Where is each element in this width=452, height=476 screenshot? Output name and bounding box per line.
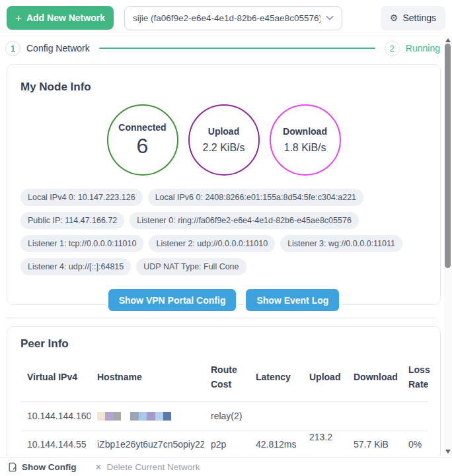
- redacted-hostname: [97, 412, 200, 421]
- table-row: 10.144.144.160 relay(2): [20, 402, 428, 430]
- upload-value: 213.2: [309, 432, 332, 442]
- chip-local-ipv6: Local IPv6 0: 2408:8266:e01:155a:8d54:5f…: [148, 189, 363, 206]
- steps-bar: 1 Config Network 2 Running: [0, 36, 444, 60]
- chip-public-ip: Public IP: 114.47.166.72: [20, 212, 124, 229]
- section-divider: [7, 318, 436, 318]
- scrollbar-thumb[interactable]: [445, 44, 451, 268]
- my-node-info-card: My Node Info Connected 6 Upload 2.2 KiB/…: [7, 64, 441, 305]
- settings-button[interactable]: ⚙ Settings: [381, 6, 445, 30]
- step-2-label: Running: [406, 43, 440, 53]
- cell-download: [347, 402, 402, 430]
- download-gauge-label: Download: [283, 126, 327, 137]
- cell-download: 57.7 KiB: [347, 430, 402, 459]
- chip-listener-4: Listener 4: udp://[::]:64815: [20, 258, 131, 275]
- cell-upload: 213.2: [303, 430, 347, 459]
- col-virtual-ipv4: Virtual IPv4: [20, 353, 91, 402]
- col-hostname: Hostname: [91, 353, 204, 402]
- cell-latency: 42.812ms: [249, 430, 303, 459]
- cell-virtual-ipv4: 10.144.144.55: [20, 430, 91, 459]
- connected-gauge: Connected 6: [107, 104, 178, 176]
- scroll-down-arrow-icon[interactable]: [445, 450, 451, 454]
- connected-gauge-value: 6: [137, 134, 149, 158]
- cell-virtual-ipv4: 10.144.144.160: [20, 402, 91, 430]
- node-buttons-row: Show VPN Portal Config Show Event Log: [20, 289, 427, 311]
- upload-gauge-value: 2.2 KiB/s: [202, 142, 245, 154]
- table-row: 10.144.144.55 iZbp1e26yt6uz7cn5opiy2Z p2…: [20, 430, 428, 459]
- settings-label: Settings: [402, 13, 436, 23]
- step-1-number: 1: [5, 41, 20, 56]
- connected-gauge-label: Connected: [118, 122, 166, 133]
- node-info-chips: Local IPv4 0: 10.147.223.126 Local IPv6 …: [20, 189, 427, 281]
- download-gauge: Download 1.8 KiB/s: [270, 104, 341, 176]
- bottom-action-bar: Show Config ✕ Delete Current Network: [0, 457, 452, 476]
- col-download: Download: [347, 353, 402, 402]
- network-select[interactable]: sijie (fa06f9e2-e6e4-4e1d-82b6-e45ae8c05…: [124, 6, 342, 30]
- show-config-button[interactable]: Show Config: [8, 462, 76, 472]
- step-2-number: 2: [385, 41, 400, 56]
- step-running[interactable]: 2 Running: [385, 41, 440, 56]
- col-loss-rate: Loss Rate: [402, 353, 428, 402]
- show-config-label: Show Config: [22, 462, 76, 472]
- chip-listener-1: Listener 1: tcp://0.0.0.0:11010: [20, 235, 143, 252]
- chip-listener-3: Listener 3: wg://0.0.0.0:11011: [280, 235, 402, 252]
- delete-current-network-button[interactable]: ✕ Delete Current Network: [94, 462, 200, 472]
- chip-listener-0: Listener 0: ring://fa06f9e2-e6e4-4e1d-82…: [130, 212, 359, 229]
- col-route-cost: Route Cost: [204, 353, 249, 402]
- network-select-value: sijie (fa06f9e2-e6e4-4e1d-82b6-e45ae8c05…: [133, 13, 320, 23]
- chevron-down-icon: [326, 15, 334, 20]
- cell-loss-rate: [402, 402, 428, 430]
- upload-gauge: Upload 2.2 KiB/s: [188, 104, 260, 176]
- col-latency: Latency: [249, 353, 303, 402]
- step-connector-line: [99, 48, 375, 49]
- upload-gauge-label: Upload: [208, 126, 239, 137]
- add-new-network-button[interactable]: + Add New Network: [7, 6, 114, 30]
- node-info-title: My Node Info: [20, 81, 427, 94]
- peer-table: Virtual IPv4 Hostname Route Cost Latency…: [20, 353, 428, 459]
- peer-info-card: Peer Info Virtual IPv4 Hostname Route Co…: [7, 326, 441, 476]
- cell-hostname: iZbp1e26yt6uz7cn5opiy2Z: [91, 430, 204, 459]
- chip-listener-2: Listener 2: udp://0.0.0.0:11010: [149, 235, 275, 252]
- scroll-up-arrow-icon[interactable]: [445, 38, 451, 42]
- show-event-log-button[interactable]: Show Event Log: [246, 289, 339, 311]
- gauges-row: Connected 6 Upload 2.2 KiB/s Download 1.…: [20, 104, 427, 176]
- col-upload: Upload: [303, 353, 347, 402]
- cell-latency: [249, 402, 303, 430]
- close-icon: ✕: [94, 462, 102, 472]
- chip-local-ipv4: Local IPv4 0: 10.147.223.126: [20, 189, 143, 206]
- cell-route-cost: relay(2): [204, 402, 249, 430]
- file-icon: [8, 462, 17, 472]
- top-bar: + Add New Network sijie (fa06f9e2-e6e4-4…: [0, 0, 452, 36]
- cell-upload: [303, 402, 347, 430]
- cell-hostname: [91, 402, 204, 430]
- download-gauge-value: 1.8 KiB/s: [283, 142, 326, 154]
- cell-route-cost: p2p: [204, 430, 249, 459]
- peer-table-header-row: Virtual IPv4 Hostname Route Cost Latency…: [20, 353, 428, 402]
- add-new-network-label: Add New Network: [26, 13, 105, 23]
- cell-loss-rate: 0%: [402, 430, 428, 459]
- step-config-network[interactable]: 1 Config Network: [5, 41, 90, 56]
- show-vpn-portal-config-button[interactable]: Show VPN Portal Config: [108, 289, 237, 311]
- delete-network-label: Delete Current Network: [106, 462, 200, 472]
- chip-udp-nat-type: UDP NAT Type: Full Cone: [136, 258, 246, 275]
- step-1-label: Config Network: [26, 43, 90, 53]
- peer-info-title: Peer Info: [20, 337, 427, 351]
- vertical-scrollbar[interactable]: [444, 36, 452, 457]
- plus-icon: +: [15, 13, 22, 24]
- gear-icon: ⚙: [390, 13, 398, 23]
